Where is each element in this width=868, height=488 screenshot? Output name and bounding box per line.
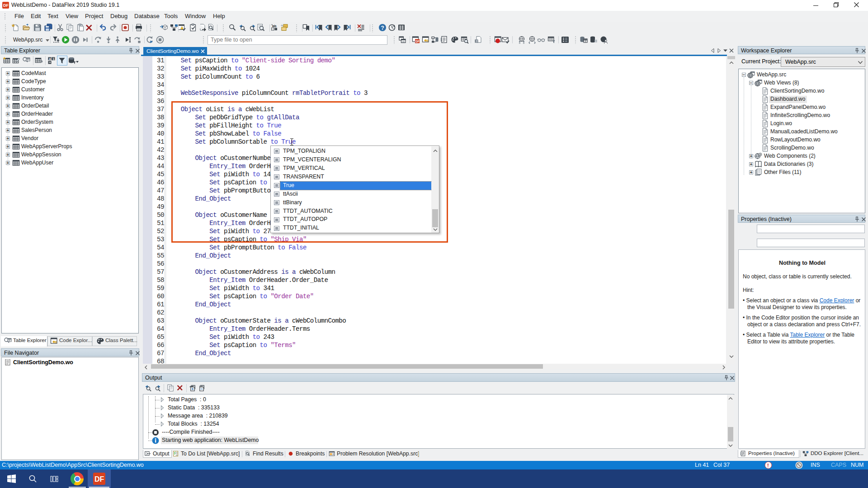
svg-text:DF: DF — [94, 475, 104, 483]
svg-text:DF: DF — [3, 3, 9, 8]
svg-text:!: ! — [767, 463, 769, 468]
